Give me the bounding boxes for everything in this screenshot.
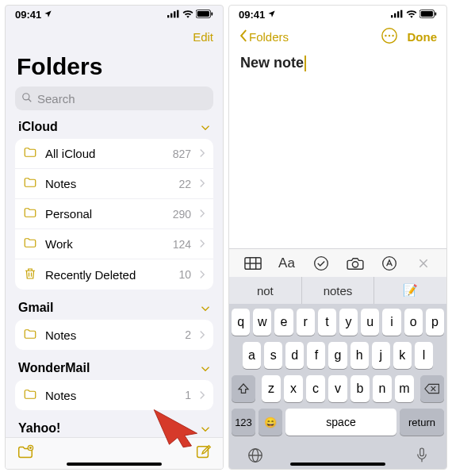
section-header[interactable]: iCloud (15, 120, 213, 139)
battery-icon (419, 9, 437, 21)
svg-rect-19 (435, 12, 436, 15)
suggestion-bar: not notes 📝 (229, 277, 446, 304)
globe-key[interactable] (247, 447, 264, 467)
folder-label: Work (45, 237, 165, 251)
svg-rect-13 (391, 15, 393, 17)
folder-row[interactable]: Work124 (15, 229, 213, 259)
search-input[interactable]: Search (15, 86, 213, 110)
folder-label: Recently Deleted (45, 268, 170, 282)
emoji-key[interactable]: 😄 (259, 409, 282, 436)
key-i[interactable]: i (382, 309, 400, 336)
table-button[interactable] (241, 252, 265, 274)
key-u[interactable]: u (361, 309, 379, 336)
key-m[interactable]: m (395, 375, 414, 402)
folder-row[interactable]: Recently Deleted10 (15, 259, 213, 290)
svg-point-7 (23, 93, 29, 99)
folder-section: GmailNotes2 (15, 301, 213, 350)
key-x[interactable]: x (284, 375, 303, 402)
close-toolbar-button[interactable] (412, 252, 435, 274)
section-header[interactable]: WonderMail (15, 361, 213, 380)
svg-rect-16 (400, 10, 402, 17)
return-key[interactable]: return (400, 409, 444, 436)
section-title: iCloud (18, 120, 58, 134)
key-b[interactable]: b (350, 375, 370, 402)
done-button[interactable]: Done (408, 30, 438, 44)
home-indicator[interactable] (290, 463, 385, 466)
section-title: WonderMail (18, 361, 90, 375)
markup-button[interactable] (377, 252, 401, 274)
shift-key[interactable] (232, 375, 255, 402)
suggestion-2[interactable]: notes (302, 277, 375, 304)
key-g[interactable]: g (328, 342, 347, 369)
numeric-key[interactable]: 123 (232, 409, 255, 436)
key-v[interactable]: v (328, 375, 347, 402)
edit-button[interactable]: Edit (193, 30, 213, 44)
chevron-right-icon (199, 207, 205, 221)
key-c[interactable]: c (306, 375, 325, 402)
backspace-key[interactable] (420, 375, 444, 402)
folders-screen: 09:41 Edit Folders Search (5, 5, 224, 470)
key-e[interactable]: e (274, 309, 293, 336)
svg-point-21 (385, 34, 386, 36)
note-emoji-icon: 📝 (403, 283, 418, 298)
folder-row[interactable]: Notes22 (15, 169, 213, 199)
chevron-left-icon (239, 29, 247, 44)
new-note-button[interactable] (194, 443, 212, 464)
chevron-down-icon (201, 421, 210, 436)
trash-icon (23, 267, 37, 283)
key-a[interactable]: a (243, 342, 261, 369)
note-editor[interactable]: New note (229, 50, 446, 248)
folder-label: All iCloud (45, 147, 165, 160)
folder-row[interactable]: All iCloud827 (15, 139, 213, 169)
section-header[interactable]: Gmail (15, 301, 213, 320)
folder-scroll[interactable]: Folders Search iCloudAll iCloud827Notes2… (6, 50, 223, 469)
key-h[interactable]: h (350, 342, 369, 369)
chevron-down-icon (201, 361, 210, 375)
folder-icon (23, 175, 37, 192)
key-p[interactable]: p (426, 309, 444, 336)
key-z[interactable]: z (262, 375, 281, 402)
svg-line-8 (29, 98, 32, 102)
key-l[interactable]: l (415, 342, 433, 369)
suggestion-3[interactable]: 📝 (374, 277, 446, 304)
cellular-icon (167, 9, 180, 21)
more-button[interactable] (381, 27, 398, 47)
suggestion-1[interactable]: not (229, 277, 302, 304)
key-n[interactable]: n (373, 375, 392, 402)
key-k[interactable]: k (393, 342, 412, 369)
dictation-key[interactable] (415, 447, 429, 467)
page-title: Folders (6, 50, 223, 86)
key-q[interactable]: q (232, 309, 250, 336)
back-button[interactable]: Folders (239, 29, 289, 44)
folder-label: Notes (45, 177, 170, 190)
key-j[interactable]: j (372, 342, 390, 369)
svg-rect-18 (421, 11, 433, 17)
space-key[interactable]: space (285, 409, 396, 436)
key-s[interactable]: s (264, 342, 282, 369)
svg-rect-0 (167, 15, 169, 17)
text-format-button[interactable]: Aa (275, 252, 299, 274)
folder-row[interactable]: Notes2 (15, 320, 213, 350)
checklist-button[interactable] (309, 252, 333, 274)
new-folder-button[interactable] (17, 443, 34, 464)
folder-count: 22 (178, 178, 191, 190)
folder-icon (23, 387, 37, 404)
status-bar: 09:41 (229, 6, 446, 23)
key-d[interactable]: d (285, 342, 304, 369)
camera-button[interactable] (343, 252, 367, 274)
section-title: Yahoo! (18, 421, 60, 436)
chevron-right-icon (199, 268, 205, 282)
key-t[interactable]: t (318, 309, 336, 336)
key-w[interactable]: w (253, 309, 271, 336)
home-indicator[interactable] (67, 463, 162, 466)
search-icon (21, 92, 33, 106)
key-o[interactable]: o (404, 309, 423, 336)
key-r[interactable]: r (297, 309, 315, 336)
folder-row[interactable]: Notes1 (15, 380, 213, 410)
chevron-right-icon (199, 147, 205, 160)
key-y[interactable]: y (339, 309, 358, 336)
status-time: 09:41 (239, 9, 265, 21)
key-f[interactable]: f (307, 342, 325, 369)
folder-list: Notes2 (15, 320, 213, 350)
folder-row[interactable]: Personal290 (15, 199, 213, 229)
